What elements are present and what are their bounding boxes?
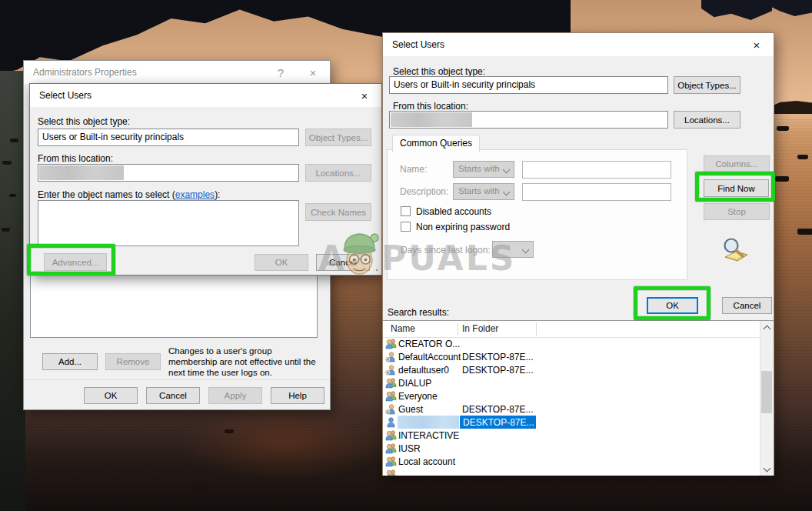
disabled-accounts-checkbox[interactable] (401, 206, 411, 216)
description-label: Description: (400, 186, 448, 197)
divider (24, 379, 330, 380)
name-input[interactable] (522, 161, 671, 179)
list-item[interactable]: GuestDESKTOP-87E... (383, 402, 760, 416)
dark-water-strip (0, 71, 25, 511)
boat-silhouette (225, 429, 234, 433)
highlight-box-advanced (27, 244, 115, 276)
users-group-icon (385, 443, 397, 454)
locations-button: Locations... (305, 164, 371, 182)
scroll-down-icon[interactable] (760, 463, 773, 476)
remove-button: Remove (105, 353, 161, 370)
list-item[interactable]: DIALUP (383, 376, 760, 389)
close-icon[interactable]: × (301, 61, 325, 84)
highlight-box-find-now (695, 172, 775, 202)
users-group-icon (385, 469, 397, 476)
dropdown-value: Starts with (458, 186, 500, 195)
scrollbar-thumb[interactable] (761, 371, 772, 413)
item-name: IUSR (398, 443, 421, 454)
users-group-icon (385, 390, 397, 402)
boat-silhouette (777, 126, 789, 131)
boat-silhouette (797, 229, 812, 235)
list-header: Name In Folder (383, 321, 774, 338)
column-divider[interactable] (536, 322, 537, 336)
help-button[interactable]: Help (271, 387, 324, 404)
item-folder: DESKTOP-87E... (462, 352, 533, 362)
list-item[interactable]: defaultuser0DESKTOP-87E... (383, 363, 760, 376)
close-icon[interactable]: × (352, 84, 377, 107)
item-name: DefaultAccount (398, 352, 461, 362)
object-type-label: Select this object type: (38, 116, 130, 127)
list-item[interactable]: CREATOR O... (383, 337, 760, 350)
object-types-button[interactable]: Object Types... (674, 76, 740, 94)
boat-silhouette (2, 161, 12, 165)
tab-common-queries[interactable]: Common Queries (392, 135, 480, 152)
boat-silhouette (9, 194, 16, 197)
chevron-down-icon (503, 189, 511, 196)
watermark-text: PUALS (381, 239, 516, 278)
chevron-down-icon (522, 246, 530, 254)
column-header-in-folder[interactable]: In Folder (462, 323, 498, 334)
search-icon (720, 236, 750, 265)
window-title: Administrators Properties (33, 67, 137, 78)
name-label: Name: (400, 164, 427, 175)
titlebar: Select Users × (383, 33, 774, 56)
help-button[interactable]: ? (268, 61, 293, 84)
users-group-icon (385, 429, 397, 441)
object-type-field[interactable]: Users or Built-in security principals (38, 129, 299, 146)
search-results-list: Name In Folder CREATOR O...DefaultAccoun… (383, 320, 774, 476)
scroll-up-icon[interactable] (760, 321, 773, 334)
examples-link[interactable]: examples (175, 189, 215, 200)
locations-button[interactable]: Locations... (674, 111, 740, 129)
redacted-location (391, 112, 472, 127)
window-title: Select Users (392, 39, 444, 50)
object-type-field[interactable]: Users or Built-in security principals (389, 76, 668, 94)
members-list-box[interactable] (30, 275, 318, 338)
column-header-name[interactable]: Name (391, 323, 415, 334)
name-match-dropdown: Starts with (453, 161, 514, 178)
list-item[interactable]: DefaultAccountDESKTOP-87E... (383, 350, 760, 363)
item-name: Local account (398, 456, 455, 467)
columns-button: Columns... (704, 155, 770, 172)
boat-silhouette (797, 155, 808, 159)
ok-button: OK (255, 254, 308, 271)
item-folder: DESKTOP-87E... (462, 404, 533, 415)
boat-silhouette (775, 176, 789, 182)
item-name: CREATOR O... (398, 339, 460, 349)
description-input[interactable] (522, 183, 671, 201)
item-folder: DESKTOP-87E... (462, 365, 533, 376)
item-name: INTERACTIVE (398, 430, 459, 441)
location-label: From this location: (393, 101, 468, 112)
users-group-icon (385, 377, 397, 389)
land-strip (773, 101, 812, 114)
list-item[interactable] (383, 468, 760, 476)
apply-button: Apply (208, 387, 262, 404)
add-button[interactable]: Add... (42, 353, 98, 370)
list-item[interactable]: IUSR (383, 442, 760, 455)
object-names-label: Enter the object names to select (exampl… (38, 189, 220, 200)
window-title: Select Users (39, 90, 92, 101)
label-text: Enter the object names to select ( (38, 189, 175, 200)
scrollbar[interactable] (760, 321, 774, 476)
location-label: From this location: (38, 153, 113, 164)
search-results-rows: CREATOR O...DefaultAccountDESKTOP-87E...… (383, 337, 760, 476)
item-name: Guest (398, 404, 423, 415)
list-item[interactable]: INTERACTIVE (383, 429, 760, 442)
boat-silhouette (10, 139, 18, 142)
redacted-location (39, 165, 124, 180)
cancel-button[interactable]: Cancel (146, 387, 200, 404)
list-item[interactable]: Everyone (383, 389, 760, 402)
non-expiring-password-checkbox[interactable] (401, 222, 411, 232)
column-divider[interactable] (458, 322, 458, 336)
close-icon[interactable]: × (744, 33, 769, 56)
ok-button[interactable]: OK (84, 387, 138, 404)
list-item[interactable]: Local account (383, 455, 760, 468)
titlebar: Administrators Properties ? × (24, 61, 330, 84)
sunset-reflection (181, 404, 388, 481)
cancel-button[interactable]: Cancel (722, 297, 772, 314)
search-results-label: Search results: (388, 307, 449, 318)
object-names-input[interactable] (38, 200, 299, 246)
membership-note: Changes to a user's group membership are… (168, 346, 322, 378)
list-item[interactable]: DESKTOP-87E... (383, 416, 760, 429)
check-names-button: Check Names (305, 203, 371, 221)
rock-silhouette (701, 0, 772, 20)
